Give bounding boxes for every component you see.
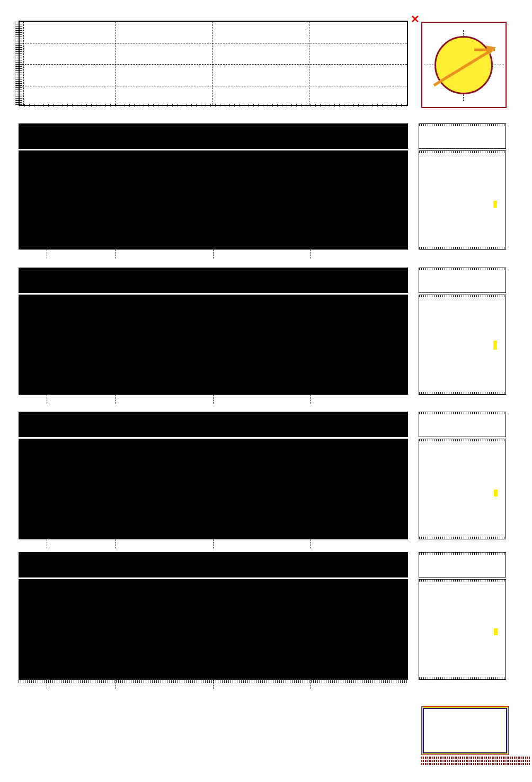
spectrogram-main-1 — [19, 150, 408, 250]
spectrogram-strip-4 — [19, 552, 408, 577]
pointing-arrow — [422, 23, 506, 107]
pha-tick — [407, 540, 429, 549]
spectrogram-main-4 — [19, 579, 408, 680]
pha-tick — [451, 396, 473, 404]
pha-tick — [407, 681, 429, 689]
pha-tick — [451, 251, 473, 259]
spectrogram-main-2 — [19, 295, 408, 395]
gridline — [311, 395, 311, 404]
in-window-label-1 — [512, 123, 528, 259]
hv-status-3 — [25, 540, 343, 549]
pha-window-marker — [494, 490, 498, 496]
channel-label-1 — [3, 123, 18, 250]
pha-window-hist-1 — [419, 123, 506, 149]
pha-tick — [495, 540, 517, 549]
pha-spectrum-hist-2 — [419, 295, 506, 395]
pha-window-hist-4 — [419, 552, 506, 577]
channel-label-2 — [3, 268, 18, 395]
pha-spectrum-hist-3 — [419, 439, 506, 539]
gridline — [47, 395, 47, 404]
gridline — [116, 395, 116, 404]
spectral-lines-label-3 — [407, 439, 418, 539]
gridline — [213, 680, 214, 689]
hv-status-1 — [25, 250, 343, 259]
gridline — [213, 539, 214, 548]
channel-label-4 — [3, 552, 18, 680]
spectrogram-main-3 — [19, 439, 408, 539]
pha-tick — [430, 396, 451, 404]
gridline — [47, 250, 47, 259]
pha-tick — [430, 681, 451, 689]
resik-dashboard: ✕ — [0, 0, 532, 782]
pha-window-hist-2 — [419, 268, 506, 293]
pha-tick — [495, 681, 517, 689]
pha-tick — [495, 251, 517, 259]
gridline — [311, 680, 311, 689]
in-window-label-4 — [512, 552, 528, 688]
hv-status-2 — [25, 395, 343, 404]
resik-logo — [421, 706, 509, 755]
goes-flux-plot — [19, 21, 408, 106]
pha-spectrum-hist-1 — [419, 150, 506, 250]
logo-credits-line — [421, 757, 530, 759]
pha-window-hist-3 — [419, 412, 506, 437]
gridline — [116, 680, 116, 689]
pha-tick — [474, 540, 495, 549]
gridline — [213, 250, 214, 259]
pha-axis-3 — [407, 540, 517, 549]
electron-proton-env-panel — [19, 700, 408, 745]
env-panel-label — [4, 698, 18, 749]
pha-tick — [495, 396, 517, 404]
gridline — [47, 539, 47, 548]
pha-window-marker — [494, 628, 498, 635]
pha-tick — [474, 251, 495, 259]
time-axis-minor-ticks — [20, 104, 407, 106]
pha-axis-1 — [407, 251, 517, 259]
gridline — [47, 680, 47, 689]
pha-spectrum-hist-4 — [419, 579, 506, 680]
goes-curves — [20, 22, 407, 105]
sun-pointing-panel — [421, 22, 507, 108]
pha-tick — [451, 540, 473, 549]
pha-tick — [451, 681, 473, 689]
in-window-label-2 — [512, 268, 528, 403]
flux-intensity-strip — [19, 748, 408, 762]
spectral-lines-label-1 — [407, 150, 418, 250]
spectrogram-strip-1 — [19, 123, 408, 149]
pha-axis-2 — [407, 396, 517, 404]
spectral-lines-label-2 — [407, 295, 418, 395]
pha-tick — [430, 251, 451, 259]
pha-tick — [474, 396, 495, 404]
pha-window-marker — [493, 341, 497, 350]
channel-label-3 — [3, 412, 18, 539]
spectrogram-strip-2 — [19, 268, 408, 293]
gridline — [311, 539, 311, 548]
gridline — [116, 539, 116, 548]
log-axis-ticks — [15, 22, 22, 105]
gridline — [116, 250, 116, 259]
cursor-x-marker: ✕ — [411, 13, 420, 25]
pha-window-marker — [493, 201, 497, 208]
in-window-label-3 — [512, 412, 528, 548]
gridline — [213, 395, 214, 404]
pha-tick — [407, 396, 429, 404]
spectral-lines-label-4 — [407, 579, 418, 680]
spectrogram-strip-3 — [19, 412, 408, 437]
pha-tick — [474, 681, 495, 689]
hv-status-4 — [25, 680, 343, 689]
pha-tick — [407, 251, 429, 259]
pha-tick — [430, 540, 451, 549]
gridline — [311, 250, 311, 259]
logo-credits-line — [421, 763, 530, 765]
logo-credits-line — [421, 760, 530, 762]
pha-axis-4 — [407, 681, 517, 689]
